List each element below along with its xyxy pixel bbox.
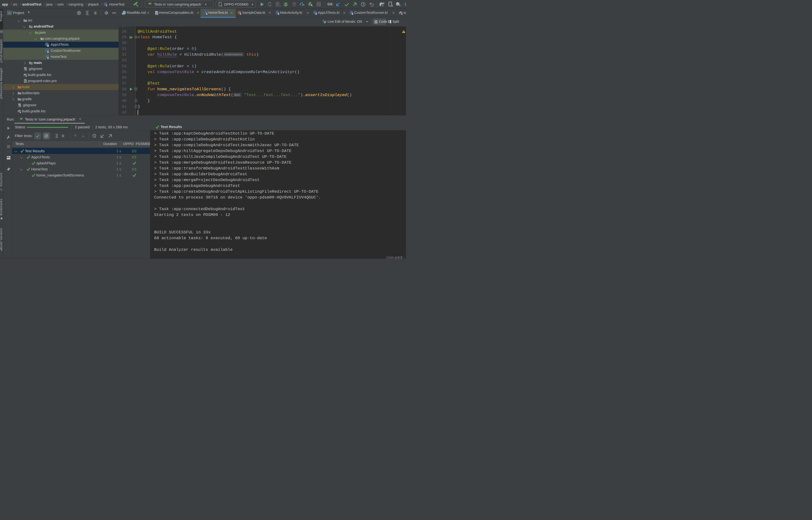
svg-text:MD: MD [122, 12, 125, 15]
svg-text:A: A [270, 4, 272, 7]
